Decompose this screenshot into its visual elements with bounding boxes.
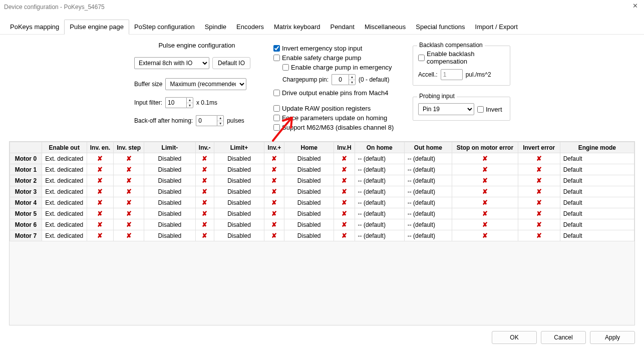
accel-field [441, 69, 463, 80]
tab-matrix-keyboard[interactable]: Matrix keyboard [269, 20, 325, 34]
backlash-enable-checkbox[interactable]: Enable backlash compensation [418, 50, 505, 65]
col-limit-[interactable]: Limit- [144, 142, 196, 153]
x-icon: ✘ [97, 166, 103, 173]
x-icon: ✘ [126, 232, 132, 239]
chargepin-field[interactable] [332, 74, 349, 85]
tab-pulse-engine-page[interactable]: Pulse engine page [64, 20, 129, 35]
x-icon: ✘ [97, 232, 103, 239]
x-icon: ✘ [97, 155, 103, 162]
tab-spindle[interactable]: Spindle [200, 20, 231, 34]
x-icon: ✘ [126, 155, 132, 162]
tab-miscellaneous[interactable]: Miscellaneous [360, 20, 411, 34]
force-params-checkbox[interactable]: Force parameters update on homing [273, 114, 399, 122]
table-row[interactable]: Motor 0Ext. dedicated✘✘Disabled✘Disabled… [10, 153, 634, 164]
x-icon: ✘ [202, 221, 207, 228]
x-icon: ✘ [271, 188, 277, 195]
x-icon: ✘ [482, 221, 488, 228]
x-icon: ✘ [342, 221, 347, 228]
x-icon: ✘ [342, 166, 347, 173]
m62-checkbox[interactable]: Support M62/M63 (disables channel 8) [273, 124, 399, 131]
tab-special-functions[interactable]: Special functions [411, 20, 470, 34]
col-limit-[interactable]: Limit+ [214, 142, 264, 153]
x-icon: ✘ [97, 210, 103, 217]
tabbar: PoKeys mappingPulse engine pagePoStep co… [0, 19, 644, 35]
x-icon: ✘ [536, 177, 542, 184]
col-invert-error[interactable]: Invert error [518, 142, 560, 153]
col-out-home[interactable]: Out home [404, 142, 452, 153]
close-icon[interactable]: ✕ [632, 2, 638, 10]
col-inv-en-[interactable]: Inv. en. [87, 142, 113, 153]
motor-table[interactable]: Enable outInv. en.Inv. stepLimit-Inv.-Li… [10, 142, 634, 241]
safety-pump-checkbox[interactable]: Enable safety charge pump [273, 54, 399, 62]
engine-type-select[interactable]: External 8ch with IO [134, 57, 209, 69]
accel-unit: pul./ms^2 [466, 71, 491, 78]
col-on-home[interactable]: On home [355, 142, 404, 153]
col-engine-mode[interactable]: Engine mode [560, 142, 634, 153]
col-inv-[interactable]: Inv.+ [264, 142, 284, 153]
x-icon: ✘ [202, 210, 207, 217]
window-title: Device configuration - PoKeys_54675 [4, 4, 105, 11]
col-home[interactable]: Home [284, 142, 334, 153]
dialog-footer: OK Cancel Apply [492, 331, 635, 344]
tab-postep-configuration[interactable]: PoStep configuration [129, 20, 200, 34]
chargepin-spin[interactable]: ▲▼ [349, 74, 356, 85]
col-stop-on-motor-error[interactable]: Stop on motor error [452, 142, 518, 153]
chargepin-label: Chargepump pin: [282, 76, 329, 83]
backoff-field[interactable] [196, 115, 217, 126]
x-icon: ✘ [342, 210, 347, 217]
update-raw-checkbox[interactable]: Update RAW position registers [273, 105, 399, 112]
x-icon: ✘ [271, 155, 277, 162]
tab-import-export[interactable]: Import / Export [470, 20, 523, 34]
table-row[interactable]: Motor 4Ext. dedicated✘✘Disabled✘Disabled… [10, 197, 634, 208]
tab-pendant[interactable]: Pendant [325, 20, 359, 34]
table-row[interactable]: Motor 7Ext. dedicated✘✘Disabled✘Disabled… [10, 230, 634, 241]
pump-emergency-checkbox[interactable]: Enable charge pump in emergency [282, 64, 399, 71]
x-icon: ✘ [536, 221, 542, 228]
col-inv-[interactable]: Inv.- [195, 142, 214, 153]
table-row[interactable]: Motor 2Ext. dedicated✘✘Disabled✘Disabled… [10, 175, 634, 186]
col-inv-step[interactable]: Inv. step [114, 142, 144, 153]
chargepin-note: (0 - default) [359, 76, 389, 83]
input-filter-field[interactable] [165, 97, 186, 108]
motor-table-wrap: Enable outInv. en.Inv. stepLimit-Inv.-Li… [9, 141, 635, 325]
buffer-size-select[interactable]: Maximum (recommended) [165, 78, 246, 90]
apply-button[interactable]: Apply [590, 331, 635, 344]
probe-invert-checkbox[interactable]: Invert [477, 106, 502, 113]
backlash-legend: Backlash compensation [417, 42, 485, 49]
x-icon: ✘ [482, 155, 488, 162]
pulse-engine-panel: Pulse engine configuration External 8ch … [134, 42, 259, 131]
x-icon: ✘ [482, 177, 488, 184]
col-enable-out[interactable]: Enable out [42, 142, 87, 153]
x-icon: ✘ [202, 232, 207, 239]
backoff-spin[interactable]: ▲▼ [217, 115, 224, 126]
x-icon: ✘ [536, 155, 542, 162]
invert-estop-checkbox[interactable]: Invert emergency stop input [273, 45, 399, 52]
table-row[interactable]: Motor 6Ext. dedicated✘✘Disabled✘Disabled… [10, 219, 634, 230]
x-icon: ✘ [271, 221, 277, 228]
tab-pokeys-mapping[interactable]: PoKeys mapping [5, 20, 64, 34]
x-icon: ✘ [536, 188, 542, 195]
tab-encoders[interactable]: Encoders [231, 20, 269, 34]
default-io-button[interactable]: Default IO [212, 57, 250, 69]
x-icon: ✘ [536, 232, 542, 239]
x-icon: ✘ [536, 199, 542, 206]
x-icon: ✘ [202, 199, 207, 206]
probe-pin-select[interactable]: Pin 19 [418, 103, 474, 115]
table-row[interactable]: Motor 5Ext. dedicated✘✘Disabled✘Disabled… [10, 208, 634, 219]
input-filter-unit: x 0.1ms [196, 99, 217, 106]
x-icon: ✘ [482, 166, 488, 173]
table-row[interactable]: Motor 1Ext. dedicated✘✘Disabled✘Disabled… [10, 164, 634, 175]
x-icon: ✘ [126, 177, 132, 184]
backlash-group: Backlash compensation Enable backlash co… [413, 46, 510, 86]
input-filter-spin[interactable]: ▲▼ [186, 97, 193, 108]
titlebar: Device configuration - PoKeys_54675 ✕ [0, 0, 644, 14]
x-icon: ✘ [126, 188, 132, 195]
cancel-button[interactable]: Cancel [541, 331, 586, 344]
table-row[interactable]: Motor 3Ext. dedicated✘✘Disabled✘Disabled… [10, 186, 634, 197]
x-icon: ✘ [342, 188, 347, 195]
x-icon: ✘ [202, 155, 207, 162]
ok-button[interactable]: OK [492, 331, 537, 344]
x-icon: ✘ [342, 232, 347, 239]
drive-enable-checkbox[interactable]: Drive output enable pins from Mach4 [273, 89, 399, 97]
col-inv-h[interactable]: Inv.H [334, 142, 355, 153]
